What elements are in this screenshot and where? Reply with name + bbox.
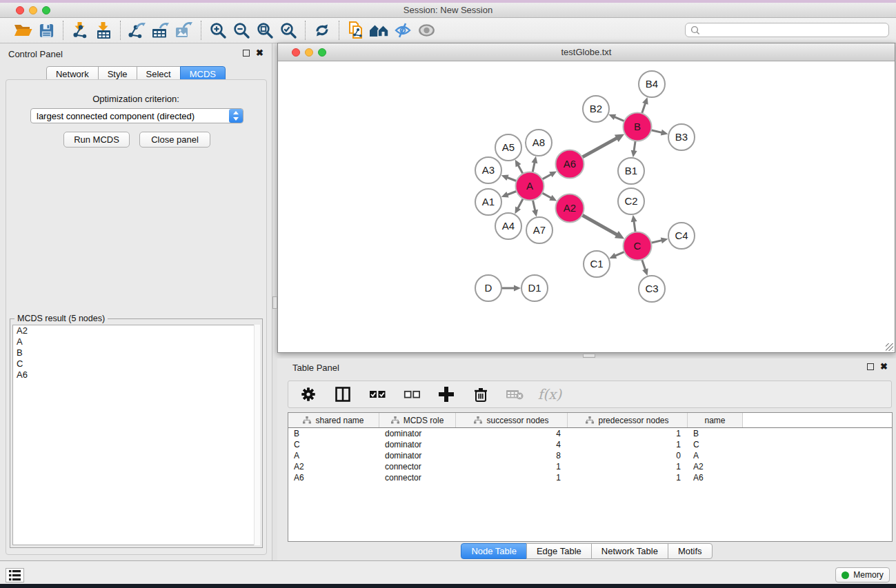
- zoom-selected-button[interactable]: [277, 20, 300, 41]
- graph-node-C[interactable]: C: [624, 232, 652, 261]
- tab-network-table[interactable]: Network Table: [591, 543, 668, 559]
- graph-node-C2[interactable]: C2: [618, 188, 644, 214]
- graph-edge-B-B3[interactable]: [650, 130, 663, 132]
- graph-edge-C-C3[interactable]: [641, 258, 646, 270]
- table-cell[interactable]: 4: [456, 439, 568, 450]
- table-cell[interactable]: A2: [288, 461, 379, 472]
- graph-node-B2[interactable]: B2: [583, 96, 609, 122]
- graph-node-A2[interactable]: A2: [556, 194, 584, 223]
- graph-edge-C-C4[interactable]: [650, 240, 663, 243]
- mcds-result-item[interactable]: A2: [13, 325, 259, 336]
- search-box[interactable]: [685, 23, 889, 37]
- export-network-button[interactable]: [126, 20, 149, 41]
- mcds-result-item[interactable]: A6: [13, 369, 259, 381]
- network-minimize-button[interactable]: [305, 48, 313, 57]
- graph-edge-A-A4[interactable]: [517, 198, 524, 209]
- table-cell[interactable]: 8: [456, 450, 568, 461]
- network-maximize-button[interactable]: [318, 48, 326, 57]
- column-header-name[interactable]: name: [688, 413, 743, 427]
- graph-edge-A-A5[interactable]: [518, 164, 524, 174]
- mcds-result-item[interactable]: B: [13, 347, 259, 358]
- memory-button[interactable]: Memory: [835, 567, 890, 582]
- graph-node-A1[interactable]: A1: [475, 189, 501, 215]
- table-cell[interactable]: C: [688, 439, 743, 450]
- graph-node-A3[interactable]: A3: [475, 157, 501, 183]
- table-row[interactable]: Bdominator41B: [288, 428, 892, 439]
- graph-edge-A-A2[interactable]: [541, 192, 552, 198]
- first-neighbors-button[interactable]: [368, 20, 391, 41]
- graph-node-C1[interactable]: C1: [584, 251, 610, 277]
- show-hide-panels-button[interactable]: [391, 20, 415, 41]
- network-close-button[interactable]: [292, 48, 300, 57]
- column-layout-button[interactable]: [334, 384, 352, 405]
- table-cell[interactable]: dominator: [379, 428, 456, 439]
- graph-edge-A-A3[interactable]: [506, 177, 517, 181]
- mcds-result-item[interactable]: C: [13, 358, 259, 369]
- graph-node-A8[interactable]: A8: [526, 130, 552, 156]
- resize-grip-icon[interactable]: [886, 343, 893, 351]
- table-cell[interactable]: C: [288, 439, 379, 450]
- graph-edge-B-B2[interactable]: [614, 116, 625, 121]
- table-row[interactable]: Adominator80A: [288, 450, 892, 461]
- select-all-columns-button[interactable]: [368, 384, 386, 405]
- table-row[interactable]: A2connector11A2: [288, 461, 892, 472]
- table-cell[interactable]: B: [688, 428, 743, 439]
- graph-node-A4[interactable]: A4: [495, 213, 521, 239]
- table-cell[interactable]: A2: [688, 461, 743, 472]
- table-cell[interactable]: 0: [568, 450, 688, 461]
- zoom-fit-button[interactable]: [253, 20, 277, 41]
- refresh-layout-button[interactable]: [310, 20, 334, 41]
- network-window-titlebar[interactable]: testGlobe.txt: [278, 43, 895, 61]
- export-image-button[interactable]: [172, 20, 196, 41]
- zoom-in-button[interactable]: [206, 20, 230, 41]
- table-settings-button[interactable]: [299, 384, 317, 405]
- horizontal-splitter-grip[interactable]: [583, 354, 595, 358]
- open-session-button[interactable]: [11, 20, 34, 41]
- float-table-panel-icon[interactable]: [867, 363, 874, 370]
- table-row[interactable]: A6connector11A6: [288, 472, 892, 483]
- table-cell[interactable]: connector: [379, 472, 456, 483]
- preview-mode-button[interactable]: [415, 20, 438, 41]
- table-cell[interactable]: A6: [288, 472, 379, 483]
- save-session-button[interactable]: [34, 20, 58, 41]
- import-network-button[interactable]: [68, 20, 92, 41]
- graph-node-A7[interactable]: A7: [526, 217, 552, 243]
- zoom-out-button[interactable]: [230, 20, 253, 41]
- close-table-panel-icon[interactable]: ✖: [880, 363, 888, 370]
- vertical-splitter-grip[interactable]: [272, 296, 277, 309]
- graph-node-C4[interactable]: C4: [668, 223, 695, 249]
- graph-node-B1[interactable]: B1: [618, 158, 644, 184]
- graph-node-C3[interactable]: C3: [639, 276, 665, 302]
- search-input[interactable]: [703, 24, 888, 36]
- graph-edge-B-B4[interactable]: [641, 103, 646, 114]
- graph-node-D[interactable]: D: [475, 275, 501, 301]
- graph-edge-C-C2[interactable]: [634, 221, 635, 233]
- table-cell[interactable]: 1: [456, 461, 568, 472]
- table-cell[interactable]: 1: [568, 439, 688, 450]
- run-mcds-button[interactable]: Run MCDS: [63, 132, 130, 148]
- graph-edge-A-A6[interactable]: [541, 174, 552, 179]
- tab-motifs[interactable]: Motifs: [668, 543, 713, 559]
- graph-edge-C-C1[interactable]: [615, 252, 626, 256]
- table-cell[interactable]: 1: [568, 461, 688, 472]
- task-history-button[interactable]: [6, 568, 24, 582]
- copy-network-button[interactable]: [344, 20, 368, 41]
- graph-edge-A6-B[interactable]: [581, 138, 617, 158]
- table-cell[interactable]: 1: [456, 472, 568, 483]
- criterion-dropdown[interactable]: largest connected component (directed): [30, 108, 243, 123]
- graph-node-A6[interactable]: A6: [556, 150, 584, 179]
- network-canvas[interactable]: B4B2BB3A8A5A6A3B1AA1C2A2A4A7C4CC1C3DD1: [278, 61, 895, 352]
- column-header-successor-nodes[interactable]: successor nodes: [456, 413, 568, 427]
- column-header-predecessor-nodes[interactable]: predecessor nodes: [568, 413, 688, 427]
- graph-node-A5[interactable]: A5: [495, 134, 521, 161]
- add-row-button[interactable]: [437, 384, 455, 405]
- table-cell[interactable]: dominator: [379, 450, 456, 461]
- table-cell[interactable]: B: [288, 428, 379, 439]
- float-panel-icon[interactable]: [243, 50, 250, 57]
- table-cell[interactable]: connector: [379, 461, 456, 472]
- delete-row-button[interactable]: [472, 384, 490, 405]
- table-cell[interactable]: 1: [568, 472, 688, 483]
- table-cell[interactable]: 4: [456, 428, 568, 439]
- graph-node-B[interactable]: B: [624, 113, 652, 141]
- graph-edge-A-A8[interactable]: [532, 161, 535, 172]
